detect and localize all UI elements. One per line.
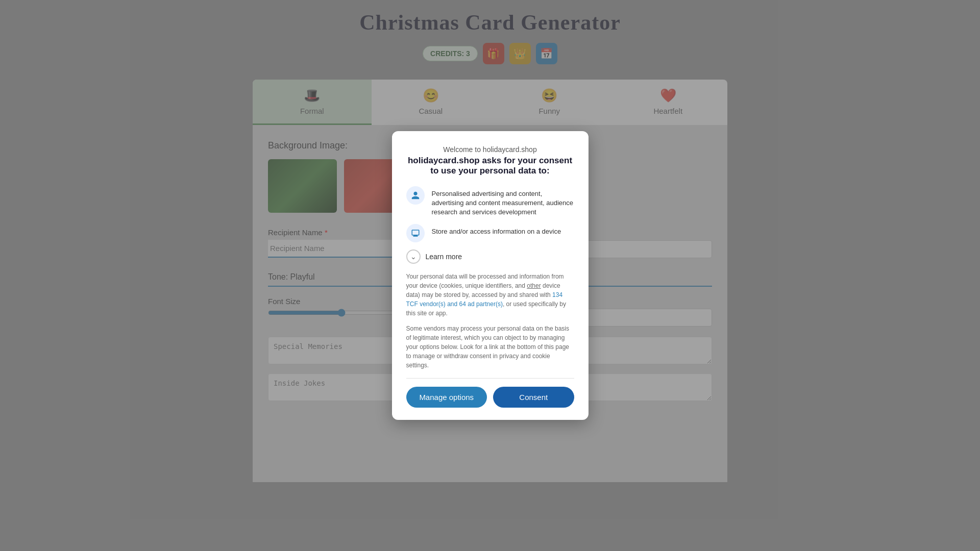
modal-actions: Manage options Consent [406, 387, 574, 408]
consent-item-advertising: Personalised advertising and content, ad… [406, 186, 574, 217]
learn-more-chevron[interactable]: ⌄ [406, 249, 421, 264]
device-icon [406, 224, 425, 242]
modal-divider [406, 378, 574, 379]
modal-overlay: Welcome to holidaycard.shop holidaycard.… [0, 0, 980, 551]
learn-more-row: ⌄ Learn more [406, 249, 574, 264]
modal-subtitle: Welcome to holidaycard.shop [406, 145, 574, 154]
body-text-1: Your personal data will be processed and… [406, 272, 574, 318]
consent-button[interactable]: Consent [493, 387, 574, 408]
advertising-text: Personalised advertising and content, ad… [432, 186, 574, 217]
advertising-icon [406, 186, 425, 205]
modal-title: holidaycard.shop asks for your consent t… [406, 156, 574, 176]
vendor-link[interactable]: 134 TCF vendor(s) and 64 ad partner(s) [406, 291, 563, 308]
consent-item-device: Store and/or access information on a dev… [406, 224, 574, 242]
learn-more-label[interactable]: Learn more [426, 253, 462, 261]
body-text-2: Some vendors may process your personal d… [406, 324, 574, 370]
device-text: Store and/or access information on a dev… [432, 224, 561, 236]
manage-options-button[interactable]: Manage options [406, 387, 487, 408]
consent-modal: Welcome to holidaycard.shop holidaycard.… [392, 131, 589, 420]
